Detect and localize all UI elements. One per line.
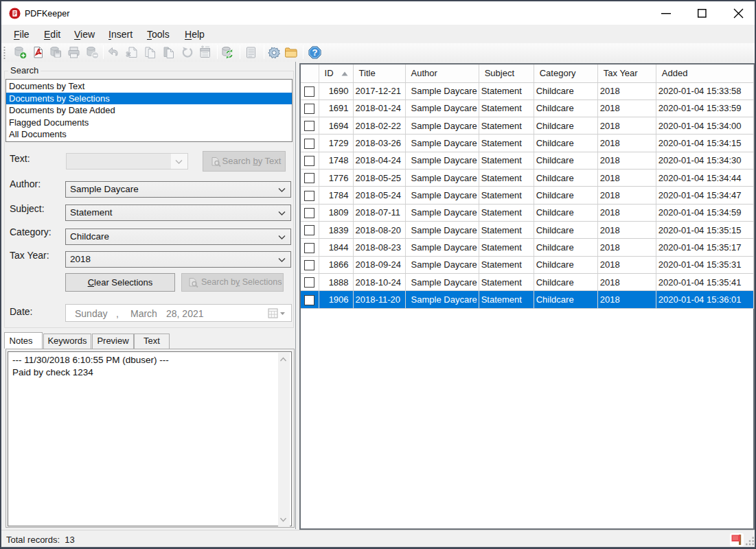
svg-text:?: ?	[312, 47, 317, 58]
